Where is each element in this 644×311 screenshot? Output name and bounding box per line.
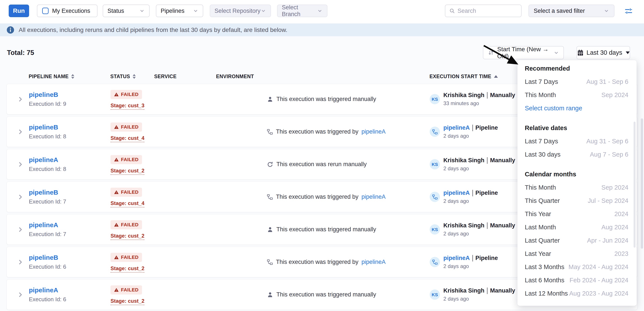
status-text: FAILED [121,157,138,162]
date-range-option[interactable]: Last Year 2023 [525,247,628,260]
date-range-option[interactable]: Last Quarter Apr - Jun 2024 [525,234,628,247]
my-executions-toggle[interactable]: My Executions [37,4,98,17]
date-range-option-label: Last 12 Months [525,290,568,297]
date-range-option[interactable]: This Month Sep 2024 [525,88,628,102]
trigger-text: This execution was triggered by [276,128,358,135]
separator [472,190,473,196]
branch-filter-label: Select Branch [282,4,317,18]
date-range-option[interactable]: Last 3 Months May 2024 - Aug 2024 [525,260,628,274]
date-range-option-value: Aug 31 - Sep 6 [586,78,628,85]
info-banner: All executions, including reruns and chi… [0,24,644,36]
pipeline-name-link[interactable]: pipelineB [29,91,58,98]
sort-both-icon [133,74,136,79]
warning-icon [114,255,119,260]
avatar: KS [430,94,440,104]
calendar-icon [577,49,584,56]
repository-filter-label: Select Repository [214,8,260,14]
trigger-info: This execution was triggered by pipeline… [267,194,430,200]
chevron-right-icon[interactable] [17,226,24,233]
date-range-option[interactable]: This Quarter Jul - Sep 2024 [525,194,628,208]
date-range-option-value: 2024 [614,210,628,218]
separator [472,255,473,262]
chevron-right-icon[interactable] [17,259,24,266]
trigger-pipeline-link[interactable]: pipelineA [362,128,386,135]
failed-stage-link[interactable]: Stage: cust_3 [110,102,144,110]
trigger-info: This execution was triggered by pipeline… [267,259,430,266]
child-pipeline-icon [267,129,273,135]
my-executions-checkbox[interactable] [42,8,49,14]
date-range-option-label: Last Year [525,250,551,257]
failed-stage-link[interactable]: Stage: cust_4 [110,135,144,142]
date-range-option-value: Sep 2024 [602,184,628,191]
pipeline-name-link[interactable]: pipelineA [29,156,58,163]
separator [487,157,488,164]
trigger-type: Manually [490,92,515,98]
date-range-option[interactable]: Last 30 days Aug 7 - Sep 6 [525,148,628,161]
page-scrollbar[interactable] [641,118,643,249]
date-range-button[interactable]: Last 30 days [576,46,630,59]
triggerer-name: Krishika Singh [443,222,484,229]
execution-id: Execution Id: 7 [29,231,110,238]
triggerer-name: Krishika Singh [443,157,484,164]
failed-stage-link[interactable]: Stage: cust_2 [110,233,144,240]
date-range-option[interactable]: Last 7 Days Aug 31 - Sep 6 [525,135,628,148]
header-pipeline-name[interactable]: PIPELINE NAME [29,74,110,80]
failed-stage-link[interactable]: Stage: cust_2 [110,298,144,305]
run-button[interactable]: Run [9,4,29,17]
chevron-right-icon[interactable] [17,96,24,103]
trigger-pipeline-link[interactable]: pipelineA [362,259,386,266]
branch-filter-dropdown[interactable]: Select Branch [277,4,328,17]
saved-filter-dropdown[interactable]: Select a saved filter [528,4,614,17]
date-range-option[interactable]: Last 12 Months Aug 2023 - Aug 2024 [525,287,628,300]
execution-id: Execution Id: 8 [29,133,110,140]
failed-stage-link[interactable]: Stage: cust_4 [110,200,144,208]
menu-scrollbar[interactable] [634,122,636,248]
chevron-right-icon[interactable] [17,128,24,135]
pipeline-name-link[interactable]: pipelineA [29,221,58,228]
warning-icon [114,92,119,97]
pipeline-name-link[interactable]: pipelineA [29,286,58,294]
date-range-option[interactable]: Last 7 Days Aug 31 - Sep 6 [525,75,628,88]
chevron-right-icon[interactable] [17,291,24,298]
trigger-info: This execution was triggered manually [267,291,430,298]
repository-filter-dropdown[interactable]: Select Repository [210,4,271,17]
date-range-menu: Recommended Last 7 Days Aug 31 - Sep 6 T… [518,60,636,306]
user-icon [267,226,273,233]
triggerer-name: pipelineA [443,124,470,131]
my-executions-label: My Executions [52,8,90,14]
filter-sliders-icon[interactable] [624,6,633,16]
search-input[interactable] [458,8,517,14]
execution-time: 2 days ago [443,133,498,139]
date-range-menu-list: Recommended Last 7 Days Aug 31 - Sep 6 T… [525,62,628,300]
status-badge: FAILED [110,285,142,294]
date-range-option[interactable]: Last 6 Months Feb 2024 - Aug 2024 [525,274,628,287]
trigger-type: Pipeline [476,190,498,196]
status-filter-dropdown[interactable]: Status [103,4,150,17]
triggerer-name: pipelineA [443,190,470,196]
failed-stage-link[interactable]: Stage: cust_2 [110,266,144,272]
chevron-right-icon[interactable] [17,194,24,200]
date-range-option[interactable]: This Year 2024 [525,208,628,221]
avatar-initials: KS [432,292,438,297]
avatar [430,126,440,137]
pipeline-name-link[interactable]: pipelineB [29,124,58,131]
trigger-pipeline-link[interactable]: pipelineA [362,194,386,200]
triggerer-name: pipelineA [443,255,470,262]
date-range-option[interactable]: This Month Sep 2024 [525,181,628,194]
header-status[interactable]: STATUS [110,74,154,80]
warning-icon [114,125,119,130]
date-range-option[interactable]: Select custom range [525,102,628,115]
failed-stage-link[interactable]: Stage: cust_2 [110,168,144,175]
pipeline-name-link[interactable]: pipelineB [29,189,58,196]
date-range-option-label: Last 6 Months [525,277,564,284]
child-pipeline-avatar-icon [432,259,438,265]
pipelines-filter-dropdown[interactable]: Pipelines [156,4,203,17]
sort-dropdown[interactable]: Start Time (New → Old) [483,46,564,59]
chevron-down-icon [260,8,266,14]
date-range-option[interactable]: Last Month Aug 2024 [525,221,628,234]
status-badge: FAILED [110,155,142,164]
pipeline-name-link[interactable]: pipelineB [29,254,58,261]
date-range-option-value: Aug 31 - Sep 6 [586,138,628,145]
chevron-right-icon[interactable] [17,161,24,168]
execution-id: Execution Id: 6 [29,264,110,270]
